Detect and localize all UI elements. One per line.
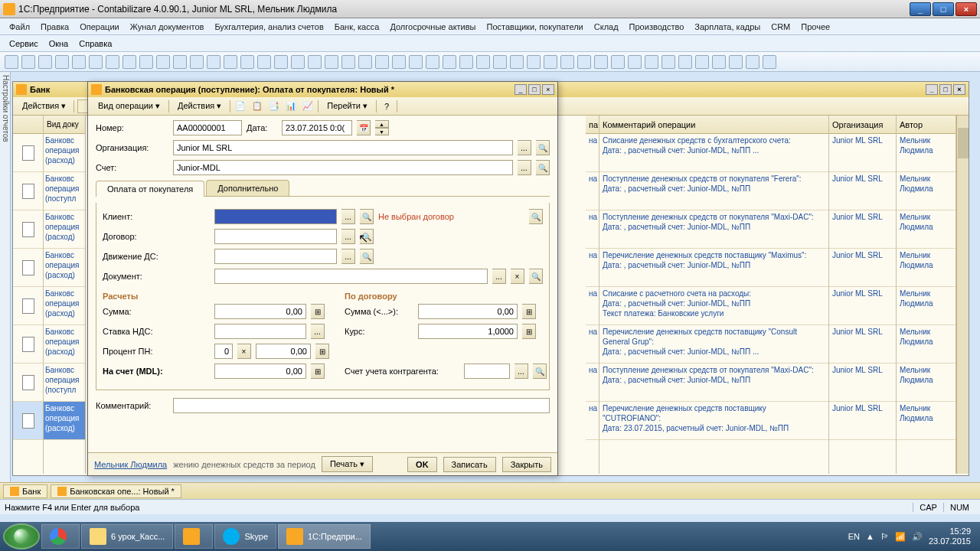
toolbar-icon[interactable] <box>560 55 574 69</box>
toolbar-icon[interactable] <box>763 55 776 69</box>
toolbar-icon[interactable] <box>358 55 372 69</box>
table-row-org[interactable]: Junior ML SRL <box>829 249 896 287</box>
table-row-comment[interactable]: Поступление денежных средств от покупате… <box>599 172 828 210</box>
toolbar-icon[interactable] <box>628 55 642 69</box>
toolbar-icon[interactable] <box>729 55 743 69</box>
write-button[interactable]: Записать <box>443 457 496 472</box>
menu-edit[interactable]: Правка <box>36 21 74 33</box>
col-header-author[interactable]: Автор <box>897 116 956 134</box>
toolbar-icon[interactable] <box>21 55 35 69</box>
start-button[interactable] <box>3 523 40 549</box>
procent-num-input[interactable]: 0 <box>214 344 233 359</box>
table-row-org[interactable]: Junior ML SRL <box>829 364 896 402</box>
table-row-type[interactable]: Банковс операция (поступл <box>44 364 85 402</box>
table-row-org[interactable]: Junior ML SRL <box>829 210 896 249</box>
doc-goto-button[interactable]: Перейти ▾ <box>322 99 373 113</box>
doc-tb-icon[interactable]: 📈 <box>301 99 315 113</box>
doc-tb-icon[interactable] <box>400 99 414 113</box>
taskbar-skype[interactable]: Skype <box>214 524 276 549</box>
menu-other[interactable]: Прочее <box>796 21 835 33</box>
menu-service[interactable]: Сервис <box>5 37 43 50</box>
stavka-input[interactable] <box>214 324 306 339</box>
menu-accounting[interactable]: Бухгалтерия, анализ счетов <box>210 21 328 33</box>
bank-close-button[interactable]: × <box>953 84 965 95</box>
doc-minimize-button[interactable]: _ <box>514 84 527 95</box>
procent-calc-icon[interactable]: ⊞ <box>315 344 329 359</box>
doc-tb-icon[interactable]: 📊 <box>284 99 298 113</box>
table-row-org[interactable]: Junior ML SRL <box>829 134 896 172</box>
toolbar-icon[interactable] <box>695 55 709 69</box>
table-row-author[interactable]: Мельник Людмила <box>897 402 956 440</box>
toolbar-icon[interactable] <box>308 55 322 69</box>
summa-input[interactable]: 0,00 <box>214 304 306 319</box>
toolbar-icon[interactable] <box>645 55 658 69</box>
doc-close-button[interactable]: × <box>542 84 554 95</box>
toolbar-icon[interactable] <box>426 55 439 69</box>
toolbar-icon[interactable] <box>55 55 69 69</box>
dogovor-select-button[interactable]: ... <box>341 229 355 244</box>
table-row-type[interactable]: Банковс операция (расход) <box>44 210 85 249</box>
table-row-author[interactable]: Мельник Людмила <box>897 364 956 402</box>
docu-input[interactable] <box>214 269 488 284</box>
help-icon[interactable]: ? <box>380 99 394 113</box>
docu-select-button[interactable]: ... <box>492 269 506 284</box>
table-row-comment[interactable]: Поступление денежных средств от покупате… <box>599 364 828 402</box>
table-row-icon[interactable] <box>13 325 43 364</box>
tray-clock[interactable]: 15:29 23.07.2015 <box>929 527 971 546</box>
naschet-input[interactable]: 0,00 <box>214 364 306 379</box>
menu-journal[interactable]: Жунал документов <box>126 21 209 33</box>
doc-tb-icon[interactable] <box>417 99 431 113</box>
close-doc-button[interactable]: Закрыть <box>502 457 551 472</box>
table-row-author[interactable]: Мельник Людмила <box>897 210 956 249</box>
toolbar-icon[interactable] <box>577 55 591 69</box>
toolbar-icon[interactable] <box>375 55 389 69</box>
toolbar-icon[interactable] <box>459 55 473 69</box>
toolbar-icon[interactable] <box>224 55 237 69</box>
schetkontra-select-button[interactable]: ... <box>514 364 528 379</box>
table-row-icon[interactable] <box>13 134 43 172</box>
dds-input[interactable] <box>214 249 337 264</box>
dds-select-button[interactable]: ... <box>341 249 355 264</box>
bank-scrollbar[interactable] <box>956 116 969 474</box>
date-input[interactable]: 23.07.2015 0:0( <box>282 120 352 135</box>
toolbar-icon[interactable] <box>173 55 187 69</box>
table-row-org[interactable]: Junior ML SRL <box>829 402 896 440</box>
toolbar-icon[interactable] <box>325 55 338 69</box>
taskbar-chrome[interactable] <box>41 524 80 549</box>
doc-maximize-button[interactable]: □ <box>528 84 541 95</box>
ok-button[interactable]: OK <box>407 457 437 472</box>
tray-volume-icon[interactable]: 🔊 <box>912 532 923 542</box>
taskbar-1c-icon[interactable] <box>175 524 213 549</box>
menu-operations[interactable]: Операции <box>75 21 123 33</box>
procent-input[interactable]: 0,00 <box>256 344 311 359</box>
table-row-icon[interactable] <box>13 172 43 210</box>
tray-flag-icon[interactable]: 🏳 <box>880 532 889 541</box>
date-spin-down[interactable]: ▼ <box>375 128 389 135</box>
col-header-org[interactable]: Организация <box>829 116 896 134</box>
bank-actions-button[interactable]: Действия ▾ <box>18 99 70 112</box>
print-button[interactable]: Печать ▾ <box>322 456 373 472</box>
table-row-author[interactable]: Мельник Людмила <box>897 287 956 325</box>
toolbar-icon[interactable] <box>392 55 406 69</box>
toolbar-icon[interactable] <box>38 55 52 69</box>
winbar-item-bank[interactable]: Банк <box>3 484 47 498</box>
client-select-button[interactable]: ... <box>341 209 355 224</box>
toolbar-icon[interactable] <box>139 55 153 69</box>
client-input[interactable] <box>214 209 337 224</box>
toolbar-icon[interactable] <box>274 55 288 69</box>
table-row-author[interactable]: Мельник Людмила <box>897 325 956 364</box>
toolbar-icon[interactable] <box>746 55 760 69</box>
schet-select-button[interactable]: ... <box>518 160 531 175</box>
table-row-icon[interactable] <box>13 210 43 249</box>
stavka-select-button[interactable]: ... <box>311 324 325 339</box>
toolbar-icon[interactable] <box>678 55 692 69</box>
schetkontra-search-icon[interactable]: 🔍 <box>533 364 547 379</box>
toolbar-icon[interactable] <box>510 55 524 69</box>
toolbar-icon[interactable] <box>207 55 220 69</box>
winbar-item-doc[interactable]: Банковская опе...: Новый * <box>51 484 181 498</box>
kurs-calc-icon[interactable]: ⊞ <box>522 324 536 339</box>
org-select-button[interactable]: ... <box>518 140 531 155</box>
table-row-type[interactable]: Банковс операция (расход) <box>44 249 85 287</box>
menu-payroll[interactable]: Зарплата, кадры <box>690 21 765 33</box>
tray-up-icon[interactable]: ▲ <box>866 532 874 541</box>
